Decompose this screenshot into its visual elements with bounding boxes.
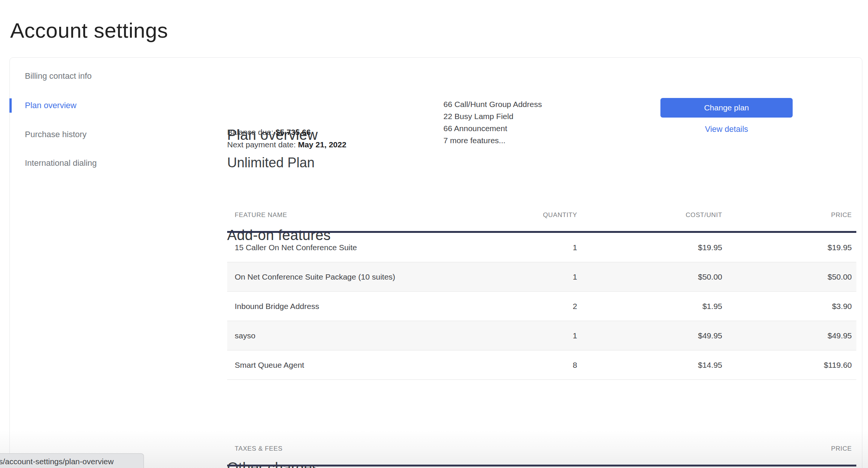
included-features-list: 66 Call/Hunt Group Address 22 Busy Lamp …: [443, 98, 542, 147]
table-row: Inbound Bridge Address 2 $1.95 $3.90: [227, 292, 856, 321]
column-header-quantity: QUANTITY: [439, 211, 577, 219]
table-row: On Net Conference Suite Package (10 suit…: [227, 262, 856, 292]
cost-unit-cell: $19.95: [577, 243, 722, 252]
feature-name-cell: On Net Conference Suite Package (10 suit…: [227, 272, 439, 281]
sidebar-item-billing-contact-info[interactable]: Billing contact info: [25, 69, 92, 84]
quantity-cell: 1: [439, 331, 577, 340]
table-header-divider: [227, 465, 856, 466]
cost-unit-cell: $50.00: [577, 272, 722, 281]
price-cell: $49.95: [722, 331, 852, 340]
cost-unit-cell: $49.95: [577, 331, 722, 340]
quantity-cell: 1: [439, 243, 577, 252]
feature-name-cell: 15 Caller On Net Conference Suite: [227, 243, 439, 252]
addon-features-table: FEATURE NAME QUANTITY COST/UNIT PRICE 15…: [227, 199, 856, 380]
price-cell: $119.60: [722, 361, 852, 370]
quantity-cell: 2: [439, 302, 577, 311]
addon-table-body: 15 Caller On Net Conference Suite 1 $19.…: [227, 233, 856, 380]
page-title: Account settings: [10, 18, 168, 43]
column-header-feature-name: FEATURE NAME: [227, 211, 439, 219]
table-row: 15 Caller On Net Conference Suite 1 $19.…: [227, 233, 856, 262]
settings-card: Billing contact info Plan overview Purch…: [9, 57, 862, 468]
table-row: Smart Queue Agent 8 $14.95 $119.60: [227, 350, 856, 380]
balance-due-label: Balance due:: [227, 128, 275, 136]
cost-unit-cell: $14.95: [577, 361, 722, 370]
plan-name: Unlimited Plan: [227, 155, 315, 171]
sidebar: Billing contact info Plan overview Purch…: [10, 58, 191, 468]
feature-name-cell: Inbound Bridge Address: [227, 302, 439, 311]
other-charges-table: TAXES & FEES PRICE: [227, 433, 856, 466]
feature-line: 22 Busy Lamp Field: [443, 110, 542, 122]
link-preview-text: s/account-settings/plan-overview: [2, 457, 114, 466]
balance-due-value: $5,735.66: [275, 128, 310, 136]
next-payment-label: Next payment date:: [227, 140, 298, 149]
cost-unit-cell: $1.95: [577, 302, 722, 311]
quantity-cell: 8: [439, 361, 577, 370]
column-header-cost-unit: COST/UNIT: [577, 211, 722, 219]
other-charges-table-header: TAXES & FEES PRICE: [227, 433, 856, 465]
link-preview-statusbar: s/account-settings/plan-overview: [0, 453, 144, 468]
price-cell: $50.00: [722, 272, 852, 281]
balance-due-line: Balance due: $5,735.66: [227, 126, 346, 138]
sidebar-item-purchase-history[interactable]: Purchase history: [25, 127, 87, 142]
sidebar-item-international-dialing[interactable]: International dialing: [25, 156, 97, 171]
feature-line: 66 Announcement: [443, 122, 542, 135]
next-payment-value: May 21, 2022: [298, 140, 346, 149]
column-header-taxes-fees: TAXES & FEES: [227, 445, 831, 453]
price-cell: $19.95: [722, 243, 852, 252]
feature-name-cell: sayso: [227, 331, 439, 340]
price-cell: $3.90: [722, 302, 852, 311]
change-plan-button[interactable]: Change plan: [660, 98, 793, 118]
column-header-price: PRICE: [722, 211, 852, 219]
plan-billing-info: Balance due: $5,735.66 Next payment date…: [227, 126, 346, 151]
quantity-cell: 1: [439, 272, 577, 281]
table-row: sayso 1 $49.95 $49.95: [227, 321, 856, 350]
column-header-price: PRICE: [831, 445, 852, 453]
view-details-link[interactable]: View details: [660, 125, 793, 134]
sidebar-item-plan-overview[interactable]: Plan overview: [25, 98, 76, 113]
addon-table-header: FEATURE NAME QUANTITY COST/UNIT PRICE: [227, 199, 856, 231]
active-tab-indicator: [9, 98, 12, 113]
feature-name-cell: Smart Queue Agent: [227, 361, 439, 370]
next-payment-line: Next payment date: May 21, 2022: [227, 138, 346, 151]
more-features-line: 7 more features...: [443, 135, 542, 147]
feature-line: 66 Call/Hunt Group Address: [443, 98, 542, 110]
